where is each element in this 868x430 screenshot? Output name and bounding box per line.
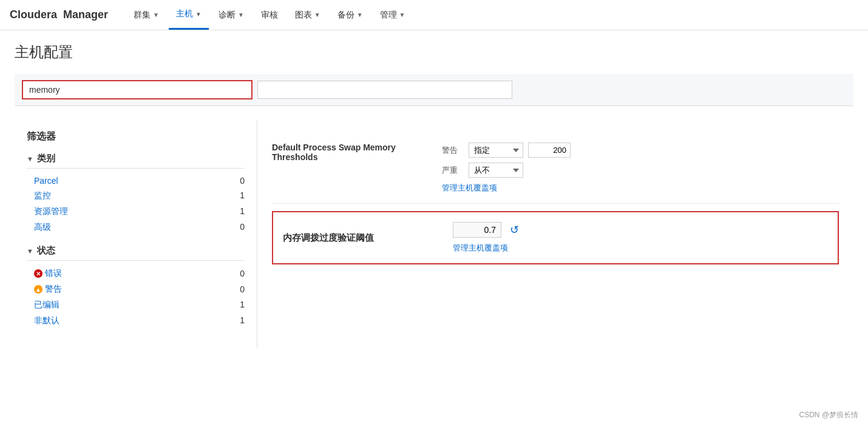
warning-label: 警告 <box>442 145 464 156</box>
sidebar-item-monitor[interactable]: 监控 1 <box>27 188 245 204</box>
warning-icon: ▲ <box>34 285 42 294</box>
sidebar-title: 筛选器 <box>27 130 245 143</box>
brand-part1: Cloudera <box>10 8 57 21</box>
inline-config-row: ↺ <box>453 222 828 238</box>
nav-item-charts[interactable]: 图表 ▼ <box>288 0 328 30</box>
severe-control-row: 严重 从不 指定 <box>442 163 839 178</box>
chevron-down-icon: ▼ <box>357 12 363 18</box>
search-input[interactable] <box>22 80 253 99</box>
chevron-down-icon: ▼ <box>314 12 320 18</box>
nav-item-backup[interactable]: 备份 ▼ <box>330 0 370 30</box>
page-container: 主机配置 筛选器 ▼ 类别 Parcel 0 监控 1 <box>0 30 868 360</box>
threshold-value-input[interactable] <box>453 222 501 238</box>
config-item-memory-threshold: 内存调拨过度验证阈值 ↺ 管理主机覆盖项 <box>272 211 839 264</box>
nav-item-audit[interactable]: 审核 <box>254 0 285 30</box>
nav-item-diagnostics[interactable]: 诊断 ▼ <box>211 0 251 30</box>
config-item-swap-threshold: Default Process Swap Memory Thresholds 警… <box>272 133 839 204</box>
sidebar-item-resource[interactable]: 资源管理 1 <box>27 204 245 220</box>
sidebar-item-advanced[interactable]: 高级 0 <box>27 220 245 235</box>
config-controls-memory: ↺ 管理主机覆盖项 <box>453 222 828 254</box>
chevron-down-icon: ▼ <box>195 11 202 18</box>
sidebar: 筛选器 ▼ 类别 Parcel 0 监控 1 资源管理 1 <box>15 121 257 348</box>
navbar: Cloudera Manager 群集 ▼ 主机 ▼ 诊断 ▼ 审核 图表 ▼ … <box>0 0 868 30</box>
nav-item-management[interactable]: 管理 ▼ <box>373 0 413 30</box>
chevron-down-icon: ▼ <box>399 12 405 18</box>
nav-item-host[interactable]: 主机 ▼ <box>169 0 209 30</box>
sidebar-item-edited[interactable]: 已编辑 1 <box>27 297 245 313</box>
warning-value-input[interactable] <box>528 143 571 158</box>
severe-dropdown[interactable]: 从不 指定 <box>469 163 523 178</box>
sidebar-item-parcel[interactable]: Parcel 0 <box>27 173 245 188</box>
nav-item-cluster[interactable]: 群集 ▼ <box>126 0 166 30</box>
content-area: 筛选器 ▼ 类别 Parcel 0 监控 1 资源管理 1 <box>15 121 853 348</box>
main-content: Default Process Swap Memory Thresholds 警… <box>257 121 853 348</box>
search-bar <box>15 74 853 106</box>
manage-link-1[interactable]: 管理主机覆盖项 <box>442 183 839 193</box>
warning-dropdown[interactable]: 指定 从不 <box>469 143 523 158</box>
error-icon: ✕ <box>34 269 42 278</box>
nav-items: 群集 ▼ 主机 ▼ 诊断 ▼ 审核 图表 ▼ 备份 ▼ 管理 ▼ <box>126 0 412 30</box>
config-label-memory: 内存调拨过度验证阈值 <box>283 232 453 244</box>
search-input-secondary[interactable] <box>257 81 512 99</box>
sidebar-item-error[interactable]: ✕ 错误 0 <box>27 266 245 281</box>
chevron-down-icon: ▼ <box>238 12 244 18</box>
config-controls-swap: 警告 指定 从不 严重 从不 指定 <box>442 143 839 193</box>
sidebar-categories: ▼ 类别 Parcel 0 监控 1 资源管理 1 高级 0 <box>27 153 245 235</box>
severe-label: 严重 <box>442 165 464 176</box>
sidebar-item-nondefault[interactable]: 非默认 1 <box>27 313 245 329</box>
chevron-down-icon: ▼ <box>27 247 33 255</box>
brand: Cloudera Manager <box>10 8 108 21</box>
config-label-swap: Default Process Swap Memory Thresholds <box>272 143 442 162</box>
chevron-down-icon: ▼ <box>153 12 159 18</box>
manage-link-2[interactable]: 管理主机覆盖项 <box>453 243 508 252</box>
sidebar-category-header[interactable]: ▼ 类别 <box>27 153 245 169</box>
warning-control-row: 警告 指定 从不 <box>442 143 839 158</box>
chevron-down-icon: ▼ <box>27 155 33 163</box>
page-title: 主机配置 <box>15 42 853 62</box>
sidebar-status: ▼ 状态 ✕ 错误 0 ▲ 警告 0 <box>27 245 245 329</box>
sidebar-status-header[interactable]: ▼ 状态 <box>27 245 245 261</box>
brand-part2: Manager <box>63 8 108 21</box>
sidebar-item-warning[interactable]: ▲ 警告 0 <box>27 281 245 297</box>
reset-button[interactable]: ↺ <box>506 222 523 238</box>
